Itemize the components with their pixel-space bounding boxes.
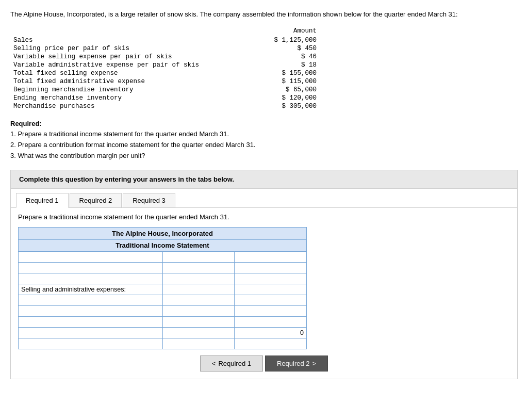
row2-label-input[interactable] [21,264,160,271]
table-row: Total fixed administrative expense $ 115… [10,77,320,86]
row1-col2-input[interactable] [166,253,232,261]
row7-col3-input[interactable] [237,318,304,326]
table-row [19,262,307,273]
row3-col3-input[interactable] [237,275,304,282]
next-button[interactable]: Required 2 > [265,356,328,371]
row6-label-input[interactable] [21,308,160,315]
selling-admin-label: Selling and administrative expenses: [19,284,163,295]
prev-button-label: Required 1 [218,360,251,367]
table-row [19,338,307,349]
row5-col3-input[interactable] [237,297,304,304]
row5-label-input[interactable] [21,297,160,304]
row4-col3-input[interactable] [237,286,304,293]
tabs-row: Required 1 Required 2 Required 3 [11,189,517,208]
bottom-nav: < Required 1 Required 2 > [18,356,510,371]
table-row: Beginning merchandise inventory $ 65,000 [10,86,320,94]
row3-label-input[interactable] [21,275,160,282]
table-row [19,305,307,316]
table-row [19,316,307,327]
row9-col2-input[interactable] [166,340,232,347]
row7-col2-input[interactable] [166,318,232,326]
table-row [19,251,307,262]
row2-col2-input[interactable] [166,264,232,271]
table-row [19,273,307,284]
next-button-label: Required 2 [277,360,310,367]
row2-col3-input[interactable] [237,264,304,271]
row9-col3-input[interactable] [237,340,304,347]
row8-col2-input[interactable] [166,329,232,336]
table-row: Variable selling expense per pair of ski… [10,53,320,61]
row6-col3-input[interactable] [237,308,304,315]
required-section: Required: 1. Prepare a traditional incom… [10,119,518,161]
row6-col2-input[interactable] [166,308,232,315]
info-table: Amount Sales $ 1,125,000 Selling price p… [10,27,320,110]
tab-required3[interactable]: Required 3 [123,193,175,207]
tab-instruction: Prepare a traditional income statement f… [18,213,510,221]
table-row: Selling price per pair of skis $ 450 [10,44,320,53]
tab1-content: Prepare a traditional income statement f… [11,208,517,379]
table-row: 0 [19,327,307,338]
row8-col3-zero: 0 [235,327,307,338]
row8-label-input[interactable] [21,329,160,336]
arrow-right-icon: > [312,360,317,367]
table-row: Sales $ 1,125,000 [10,36,320,44]
row7-label-input[interactable] [21,318,160,326]
amount-header: Amount [253,27,320,36]
selling-admin-row: Selling and administrative expenses: [19,284,307,295]
income-table-wrapper: The Alpine House, Incorporated Tradition… [18,227,307,349]
tab-required2[interactable]: Required 2 [70,193,122,207]
table-row: Ending merchandise inventory $ 120,000 [10,94,320,102]
tab-required1[interactable]: Required 1 [16,193,69,208]
table-row: Merchandise purchases $ 305,000 [10,102,320,110]
row5-col2-input[interactable] [166,297,232,304]
intro-text: The Alpine House, Incorporated, is a lar… [10,9,518,20]
row1-label-input[interactable] [21,253,160,261]
arrow-left-icon: < [212,360,216,367]
row4-col2-input[interactable] [166,286,232,293]
table-row: Variable administrative expense per pair… [10,61,320,69]
tabs-container: Required 1 Required 2 Required 3 Prepare… [10,189,518,379]
complete-box: Complete this question by entering your … [10,170,518,189]
income-table-title: The Alpine House, Incorporated [18,227,307,240]
prev-button[interactable]: < Required 1 [200,356,263,371]
table-row [19,295,307,305]
income-table-subtitle: Traditional Income Statement [18,240,307,251]
income-table: Selling and administrative expenses: [18,251,307,349]
row3-col2-input[interactable] [166,275,232,282]
table-row: Total fixed selling expense $ 155,000 [10,69,320,77]
row1-col3-input[interactable] [237,253,304,261]
row9-label-input[interactable] [21,340,160,347]
